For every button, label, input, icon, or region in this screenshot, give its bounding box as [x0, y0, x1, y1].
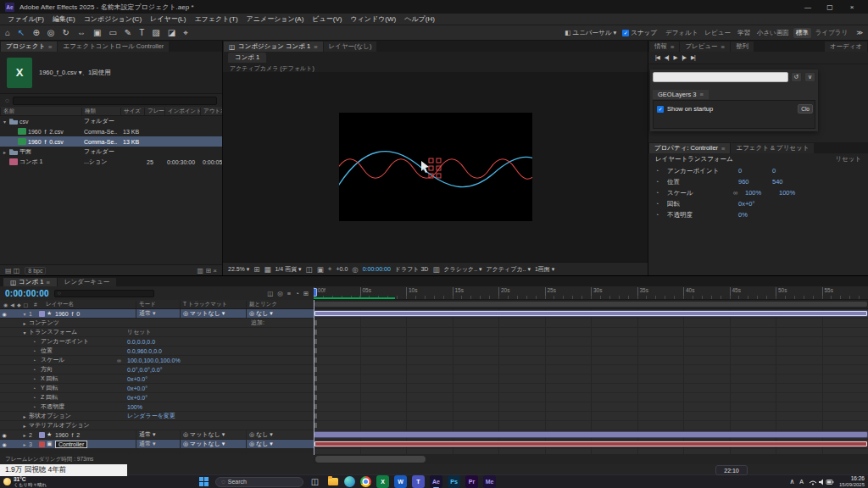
property-row-トランスフォーム[interactable]: ▾トランスフォームリセット [0, 328, 314, 337]
time-ruler[interactable]: :00f05s10s15s20s25s30s35s40s45s50s55s1:0… [314, 286, 868, 300]
exposure-reset[interactable]: ◎ [352, 265, 358, 274]
hand-tool[interactable]: ⊕ [32, 29, 39, 37]
layer-color-chip[interactable] [39, 311, 45, 317]
stopwatch-icon[interactable]: ◔ [655, 190, 664, 196]
timeline-lane-9[interactable] [314, 393, 868, 402]
timeline-header-icon-4[interactable]: ⊞ [303, 290, 309, 297]
ground-plane-toggle[interactable]: ▥ [432, 265, 439, 274]
menu-item-2[interactable]: コンポジション(C) [80, 14, 146, 24]
mode-select[interactable]: 通常 ▾ [136, 309, 180, 318]
camera-view-select[interactable]: アクティブカ.. ▾ [487, 265, 531, 274]
timeline-scrollbar[interactable] [314, 454, 868, 464]
mask-visibility-toggle[interactable]: ▦ [264, 265, 270, 274]
timeline-lane-0[interactable] [314, 309, 868, 319]
track-matte-select[interactable]: ◎ マットなし ▾ [180, 309, 246, 318]
property-value[interactable]: 0.0,0.0,0.0 [127, 339, 155, 345]
property-value[interactable]: 960 [738, 178, 769, 186]
property-value[interactable]: 540 [772, 178, 803, 186]
menu-item-1[interactable]: 編集(E) [48, 14, 80, 24]
stopwatch-icon[interactable]: ◔ [32, 404, 41, 410]
tab-layer-viewer[interactable]: レイヤー(なし) [324, 42, 377, 52]
tab-project[interactable]: プロジェクト≡ [1, 42, 57, 52]
scrollbar-thumb[interactable] [315, 456, 426, 463]
weather-widget[interactable]: 31°C くもり時々晴れ [3, 476, 47, 487]
panel-menu-icon[interactable]: ≡ [46, 279, 49, 286]
brush-tool[interactable]: ▨ [152, 29, 159, 37]
stopwatch-icon[interactable]: ◔ [655, 168, 664, 174]
view-layout-select[interactable]: 1画面 ▾ [535, 265, 554, 274]
choose-grid-options[interactable]: ⊞ [253, 265, 259, 274]
timeline-header-icon-3[interactable]: ◔ [295, 290, 299, 297]
property-row-形状オプション[interactable]: ▸形状オプションレンダラーを変更 [0, 412, 314, 421]
bit-depth-button[interactable]: 8 bpc [25, 267, 46, 274]
property-value[interactable]: 100% [127, 404, 142, 410]
timeline-lane-12[interactable] [314, 421, 868, 430]
notification-toast[interactable]: 22:10 [715, 465, 748, 475]
ime-indicator[interactable]: A [799, 479, 804, 485]
link-icon[interactable]: ∞ [733, 189, 742, 197]
task-view-button[interactable]: ◫ [309, 475, 321, 488]
tab-effect-controls[interactable]: エフェクトコントロール Controller [58, 42, 169, 52]
track-matte-select[interactable]: ◎ マットなし ▾ [180, 440, 246, 448]
menu-item-3[interactable]: レイヤー(L) [146, 14, 190, 24]
maximize-button[interactable]: ▢ [819, 3, 841, 11]
property-row-不透明度[interactable]: ◔不透明度100% [0, 402, 314, 412]
current-time-indicator[interactable] [314, 300, 314, 455]
property-value[interactable]: 100% [779, 189, 810, 197]
excel-app-icon[interactable]: X [376, 475, 389, 488]
property-row-アンカーポイント[interactable]: ◔アンカーポイント0.0,0.0,0.0 [0, 337, 314, 347]
geolayers-panel-tab[interactable]: GEOLayers 3≡ [653, 90, 709, 99]
pen-tool[interactable]: ✎ [125, 29, 131, 37]
property-value[interactable]: 100.0,100.0,100.0% [127, 358, 181, 363]
prev-frame-button[interactable]: ◀| [665, 54, 669, 61]
tab-情報[interactable]: 情報 ≡ [649, 42, 679, 52]
property-row-スケール[interactable]: ◔スケール∞100.0,100.0,100.0% [0, 356, 314, 365]
close-button[interactable]: × [841, 3, 863, 11]
stopwatch-icon[interactable]: ◔ [655, 201, 664, 207]
premiere-app-icon[interactable]: Pr [465, 475, 478, 488]
work-area-track[interactable] [314, 300, 868, 309]
panel-menu-icon[interactable]: ≡ [48, 43, 52, 51]
clone-stamp-tool[interactable]: ◪ [168, 29, 175, 37]
layer-duration-bar[interactable] [314, 431, 868, 438]
layer-duration-bar[interactable] [314, 441, 868, 447]
workspace-tab-デフォルト[interactable]: デフォルト [663, 28, 700, 38]
layer-name[interactable]: 1960_f_0 [55, 311, 136, 317]
property-value[interactable]: 0 [772, 167, 803, 175]
layer-color-chip[interactable] [39, 432, 45, 438]
column-header-2[interactable]: サイズ [120, 108, 144, 115]
twirl-icon[interactable]: ▾ [20, 311, 29, 317]
workspace-overflow-button[interactable]: ≫ [856, 29, 863, 36]
stopwatch-icon[interactable]: ◔ [655, 179, 664, 185]
property-value[interactable]: 0x+0.0° [127, 385, 147, 391]
stopwatch-icon[interactable]: ◔ [32, 339, 41, 345]
timeline-header-icon-2[interactable]: ≡ [287, 290, 291, 297]
twirl-icon[interactable]: ▸ [2, 149, 8, 155]
visibility-toggle[interactable]: ◉ [0, 432, 8, 438]
timeline-lane-2[interactable] [314, 328, 868, 337]
tab-オーディオ[interactable]: オーディオ [825, 42, 867, 52]
tab-整列[interactable]: 整列 [731, 42, 754, 52]
property-value[interactable]: 0% [738, 211, 769, 219]
play-button[interactable]: ▶ [673, 54, 676, 61]
property-row-マテリアルオプション[interactable]: ▸マテリアルオプション [0, 421, 314, 430]
stopwatch-icon[interactable]: ◔ [32, 348, 41, 354]
menu-item-5[interactable]: アニメーション(A) [242, 14, 309, 24]
mode-select[interactable]: 通常 ▾ [136, 430, 180, 439]
close-popup-button[interactable]: Clo [798, 104, 813, 114]
region-of-interest[interactable]: ◫ [306, 265, 313, 274]
property-value[interactable]: 0x+0.0° [127, 376, 147, 382]
after-effects-app-icon[interactable]: Ae [430, 475, 442, 488]
layer-row-Controller[interactable]: ◉▸3▣Controller通常 ▾◎ マットなし ▾◎ なし ▾ [0, 440, 314, 449]
menu-item-6[interactable]: ビュー(V) [308, 14, 346, 24]
word-app-icon[interactable]: W [394, 475, 407, 488]
photoshop-app-icon[interactable]: Ps [448, 475, 460, 488]
column-header-5[interactable]: アウトポイ.. [200, 108, 222, 115]
stopwatch-icon[interactable]: ◔ [655, 212, 664, 218]
stopwatch-icon[interactable]: ◔ [32, 385, 41, 391]
twirl-icon[interactable]: ▾ [2, 119, 8, 125]
edge-browser-icon[interactable] [344, 476, 355, 487]
menu-item-8[interactable]: ヘルプ(H) [400, 14, 439, 24]
zoom-select[interactable]: 22.5% ▾ [228, 266, 249, 273]
stopwatch-icon[interactable]: ◔ [32, 395, 41, 401]
